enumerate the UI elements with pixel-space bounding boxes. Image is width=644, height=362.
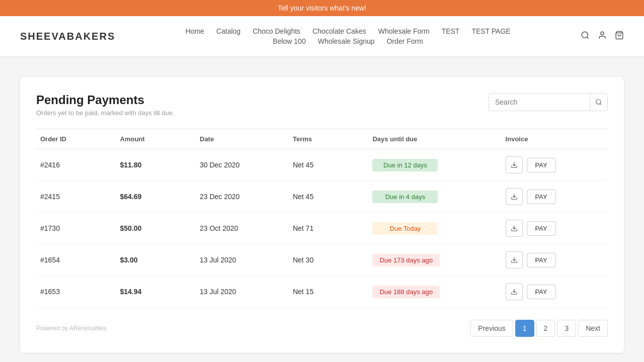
cell-date-4: 13 Jul 2020	[196, 276, 289, 308]
cell-days-2: Due Today	[368, 213, 501, 244]
cell-amount-2: $50.00	[116, 213, 196, 244]
payments-table: Order ID Amount Date Terms Days until du…	[36, 129, 608, 308]
download-button-2[interactable]	[506, 220, 523, 237]
pay-button-1[interactable]: PAY	[527, 190, 556, 204]
page-subtitle: Orders yet to be paid, marked with days …	[36, 109, 175, 117]
cell-order-id-1: #2415	[36, 181, 116, 213]
cell-order-id-2: #1730	[36, 213, 116, 244]
cell-date-0: 30 Dec 2020	[196, 149, 289, 181]
search-input[interactable]	[489, 98, 590, 106]
header: SHEEVABAKERS HomeCatalogChoco DelightsCh…	[0, 16, 644, 57]
cell-amount-4: $14.94	[116, 276, 196, 308]
cell-days-3: Due 173 days ago	[368, 244, 501, 276]
table-row: #1730 $50.00 23 Oct 2020 Net 71 Due Toda…	[36, 213, 608, 244]
pagination-page-1[interactable]: 1	[515, 320, 534, 337]
nav-link-nav-wholesale-form[interactable]: Wholesale Form	[378, 27, 430, 35]
download-button-4[interactable]	[506, 283, 523, 300]
pagination: Previous 1 2 3 Next	[470, 320, 608, 337]
cell-invoice-2: PAY	[502, 213, 608, 244]
nav-link-nav-order-form[interactable]: Order Form	[387, 37, 423, 45]
svg-point-0	[582, 32, 588, 38]
invoice-actions-4: PAY	[506, 283, 604, 300]
days-badge-0: Due in 12 days	[372, 159, 438, 171]
nav-link-nav-below-100[interactable]: Below 100	[273, 37, 305, 45]
nav-row-1: HomeCatalogChoco DelightsChocolate Cakes…	[186, 27, 511, 35]
table-body: #2416 $11.80 30 Dec 2020 Net 45 Due in 1…	[36, 149, 608, 308]
invoice-actions-1: PAY	[506, 188, 604, 205]
card-header-left: Pending Payments Orders yet to be paid, …	[36, 93, 175, 117]
pay-button-0[interactable]: PAY	[527, 158, 556, 172]
pay-button-4[interactable]: PAY	[527, 285, 556, 299]
table-row: #1653 $14.94 13 Jul 2020 Net 15 Due 188 …	[36, 276, 608, 308]
days-badge-3: Due 173 days ago	[372, 254, 440, 266]
download-button-0[interactable]	[506, 156, 523, 173]
pagination-previous[interactable]: Previous	[470, 320, 513, 337]
pagination-next[interactable]: Next	[578, 320, 608, 337]
user-icon[interactable]	[598, 31, 607, 42]
cell-amount-1: $64.69	[116, 181, 196, 213]
cell-days-4: Due 188 days ago	[368, 276, 501, 308]
download-button-1[interactable]	[506, 188, 523, 205]
powered-by-text: Powered by AReceivables	[36, 325, 106, 332]
logo[interactable]: SHEEVABAKERS	[20, 31, 115, 42]
cell-terms-4: Net 15	[289, 276, 369, 308]
nav-link-nav-catalog[interactable]: Catalog	[216, 27, 240, 35]
main-nav: HomeCatalogChoco DelightsChocolate Cakes…	[186, 27, 511, 45]
cell-invoice-4: PAY	[502, 276, 608, 308]
pay-button-2[interactable]: PAY	[527, 221, 556, 236]
nav-link-nav-test[interactable]: TEST	[442, 27, 460, 35]
nav-link-nav-wholesale-signup[interactable]: Wholesale Signup	[318, 37, 375, 45]
cell-invoice-1: PAY	[502, 181, 608, 213]
cell-days-1: Due in 4 days	[368, 181, 501, 213]
cell-terms-0: Net 45	[289, 149, 369, 181]
invoice-actions-0: PAY	[506, 156, 604, 173]
days-badge-2: Due Today	[372, 222, 438, 235]
search-box	[489, 93, 608, 111]
card-footer: Powered by AReceivables Previous 1 2 3 N…	[36, 320, 608, 337]
cell-invoice-3: PAY	[502, 244, 608, 276]
days-badge-1: Due in 4 days	[372, 191, 438, 203]
payments-card: Pending Payments Orders yet to be paid, …	[20, 77, 624, 353]
search-icon[interactable]	[581, 31, 590, 42]
cell-days-0: Due in 12 days	[368, 149, 501, 181]
cell-terms-2: Net 71	[289, 213, 369, 244]
cell-terms-3: Net 30	[289, 244, 369, 276]
table-container: Order ID Amount Date Terms Days until du…	[36, 129, 608, 308]
table-header-row: Order ID Amount Date Terms Days until du…	[36, 129, 608, 149]
cell-amount-0: $11.80	[116, 149, 196, 181]
col-header-invoice: Invoice	[502, 129, 608, 149]
page-title: Pending Payments	[36, 93, 175, 107]
nav-link-nav-test-page[interactable]: TEST PAGE	[471, 27, 510, 35]
col-header-terms: Terms	[289, 129, 369, 149]
invoice-actions-3: PAY	[506, 251, 604, 268]
pay-button-3[interactable]: PAY	[527, 253, 556, 267]
cell-order-id-0: #2416	[36, 149, 116, 181]
header-icons	[581, 31, 624, 42]
col-header-amount: Amount	[116, 129, 196, 149]
cell-order-id-3: #1654	[36, 244, 116, 276]
pagination-page-2[interactable]: 2	[536, 320, 555, 337]
nav-link-nav-home[interactable]: Home	[186, 27, 204, 35]
cell-date-2: 23 Oct 2020	[196, 213, 289, 244]
col-header-date: Date	[196, 129, 289, 149]
search-button[interactable]	[590, 94, 607, 111]
announcement-bar: Tell your visitors what's new!	[0, 0, 644, 16]
pagination-page-3[interactable]: 3	[557, 320, 576, 337]
table-row: #2416 $11.80 30 Dec 2020 Net 45 Due in 1…	[36, 149, 608, 181]
download-button-3[interactable]	[506, 251, 523, 268]
cell-terms-1: Net 45	[289, 181, 369, 213]
main-content: Pending Payments Orders yet to be paid, …	[0, 57, 644, 362]
card-header: Pending Payments Orders yet to be paid, …	[36, 93, 608, 117]
cell-date-3: 13 Jul 2020	[196, 244, 289, 276]
nav-link-nav-chocolate-cakes[interactable]: Chocolate Cakes	[312, 27, 366, 35]
cell-amount-3: $3.00	[116, 244, 196, 276]
svg-line-5	[600, 104, 602, 105]
cell-invoice-0: PAY	[502, 149, 608, 181]
col-header-days: Days until due	[368, 129, 501, 149]
cell-date-1: 23 Dec 2020	[196, 181, 289, 213]
svg-point-2	[601, 32, 604, 35]
cart-icon[interactable]	[615, 31, 624, 42]
table-row: #2415 $64.69 23 Dec 2020 Net 45 Due in 4…	[36, 181, 608, 213]
days-badge-4: Due 188 days ago	[372, 286, 440, 298]
nav-link-nav-choco-delights[interactable]: Choco Delights	[253, 27, 300, 35]
